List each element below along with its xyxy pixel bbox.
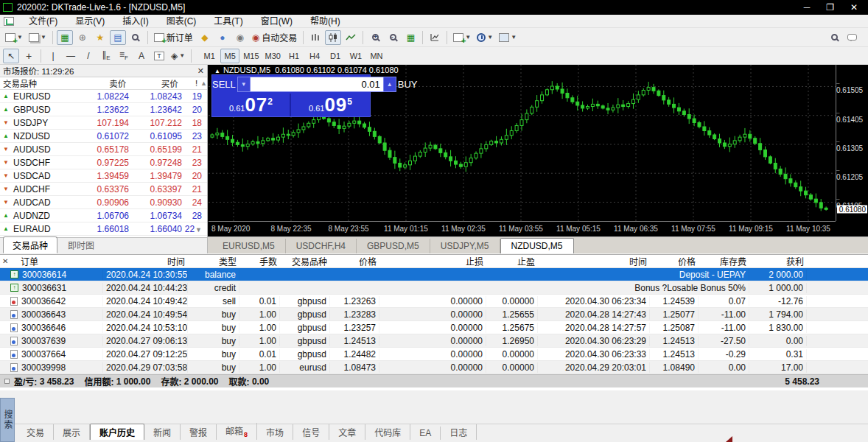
market-watch-row-EURUSD[interactable]: ▲EURUSD1.082241.0824319 [0,90,207,103]
market-watch-tab-0[interactable]: 交易品种 [3,236,57,253]
timeframe-M30[interactable]: M30 [263,49,283,63]
chart-tab-USDCHF,H4[interactable]: USDCHF,H4 [286,239,357,253]
metaeditor-button[interactable]: ◆ [197,30,213,45]
close-window-icon[interactable]: ✕ [850,2,858,13]
periods-button[interactable]: ▼ [475,30,495,45]
timeframe-M15[interactable]: M15 [241,49,261,63]
navigator-toggle[interactable]: ★ [92,30,108,45]
autotrading-button[interactable]: ◉ 自动交易 [250,30,300,45]
trendline-button[interactable]: / [80,49,97,63]
timeframe-M1[interactable]: M1 [200,49,219,63]
fibonacci-button[interactable]: ≡F [116,49,132,63]
terminal-col-tp[interactable]: 止盈 [486,255,538,267]
terminal-col-lots[interactable]: 手数 [239,255,280,267]
terminal-col-price2[interactable]: 价格 [650,255,699,267]
terminal-toggle[interactable]: ▤ [110,30,126,45]
timeframe-W1[interactable]: W1 [346,49,365,63]
arrows-button[interactable]: ◈▼ [169,49,187,63]
terminal-col-swap[interactable]: 库存费 [699,255,749,267]
bottom-tab-账户历史[interactable]: 账户历史 [90,424,144,440]
menu-item-2[interactable]: 插入(I) [113,15,157,27]
terminal-col-sl[interactable]: 止损 [379,255,486,267]
bottom-tab-交易[interactable]: 交易 [18,424,54,440]
bar-chart-type-button[interactable] [307,30,323,45]
chart-plot[interactable]: ▲NZDUSD,M5 0.61080 0.61102 0.61074 0.610… [209,65,836,221]
terminal-row-300036642[interactable]: 3000366422020.04.24 10:49:42sell0.01gbpu… [0,295,868,308]
market-watch-close-icon[interactable]: ✕ [197,66,204,76]
timeframe-H4[interactable]: H4 [305,49,324,63]
child-window-icon[interactable] [4,17,14,26]
time-axis[interactable]: 8 May 20208 May 22:358 May 23:5511 May 0… [209,221,836,236]
strategy-tester-button[interactable] [127,30,144,45]
timeframe-MN[interactable]: MN [367,49,386,63]
side-vertical-tab[interactable]: 搜索 [0,398,15,442]
terminal-col-type[interactable]: 类型 [188,255,239,267]
bottom-tab-信号[interactable]: 信号 [293,424,329,440]
chat-button[interactable] [844,30,860,45]
market-watch-row-GBPUSD[interactable]: ▲GBPUSD1.236221.2364220 [0,103,207,116]
bottom-tab-市场[interactable]: 市场 [257,424,293,440]
terminal-close-icon[interactable]: ✕ [2,257,8,265]
horizontal-line-button[interactable]: — [63,49,79,63]
bottom-tab-警报[interactable]: 警报 [181,424,217,440]
menu-item-3[interactable]: 图表(C) [158,15,206,27]
timeframe-M5[interactable]: M5 [220,49,239,63]
sounds-button[interactable]: ◉ [232,30,248,45]
volume-increase-icon[interactable]: ▲ [383,77,396,91]
market-watch-row-USDJPY[interactable]: ▼USDJPY107.194107.21218 [0,116,207,130]
zoom-out-button[interactable]: - [385,30,401,45]
terminal-row-300037639[interactable]: 3000376392020.04.27 09:06:13buy1.00gbpus… [0,334,868,348]
terminal-col-time2[interactable]: 时间 [538,255,650,267]
terminal-row-300037664[interactable]: 3000376642020.04.27 09:12:25buy0.01gbpus… [0,348,868,361]
scroll-down-icon[interactable]: ▼ [195,226,202,234]
market-watch-row-AUDCHF[interactable]: ▼AUDCHF0.633760.6339721 [0,183,207,196]
terminal-row-300036643[interactable]: 3000366432020.04.24 10:49:54buy1.00gbpus… [0,308,868,321]
bottom-tab-EA[interactable]: EA [410,427,441,440]
market-watch-toggle[interactable]: ▦ [57,30,73,45]
crosshair-button[interactable]: + [21,49,37,63]
templates-button[interactable]: ▼ [497,30,519,45]
vertical-line-button[interactable]: | [45,49,61,63]
tile-windows-button[interactable]: ▦ [402,30,419,45]
terminal-row-300036646[interactable]: 3000366462020.04.24 10:53:10buy1.00gbpus… [0,321,868,334]
new-order-button[interactable]: 新订单 [152,30,195,45]
timeframe-H1[interactable]: H1 [284,49,304,63]
menu-item-1[interactable]: 显示(V) [66,15,113,27]
mw-col-0[interactable]: 交易品种 [0,77,72,89]
terminal-col-order[interactable]: 订单 [0,255,103,267]
menu-item-6[interactable]: 帮助(H) [301,15,349,27]
scroll-up-icon[interactable]: ▲ [200,80,207,87]
price-axis[interactable]: 0.615050.614050.613050.612050.611050.610… [836,65,868,221]
volume-decrease-icon[interactable]: ▼ [238,77,251,91]
market-watch-row-EURAUD[interactable]: ▲EURAUD1.660181.6604022▼ [0,222,207,236]
mw-col-3[interactable]: ! [178,79,200,88]
chart-tab-EURUSD,M5[interactable]: EURUSD,M5 [212,239,286,253]
candle-chart-type-button[interactable] [325,30,341,45]
bottom-tab-新闻[interactable]: 新闻 [144,424,181,440]
buy-button[interactable]: BUY [398,79,418,90]
text-button[interactable]: A [133,49,150,63]
sell-button[interactable]: SELL [212,79,236,90]
terminal-col-price[interactable]: 价格 [330,255,379,267]
buy-price-panel[interactable]: 0.61 09 5 [291,94,370,116]
market-watch-tab-1[interactable]: 即时图 [58,236,104,253]
terminal-row-300039998[interactable]: 3000399982020.04.29 07:03:58buy1.00eurus… [0,361,868,374]
chart-tab-USDJPY,M5[interactable]: USDJPY,M5 [430,239,500,253]
timeframe-D1[interactable]: D1 [326,49,345,63]
mw-col-2[interactable]: 买价 [126,77,178,89]
terminal-row-300036614[interactable]: ↑3000366142020.04.24 10:30:55balanceDepo… [0,268,868,281]
data-window-button[interactable]: ⊕ [74,30,91,45]
auto-arrange-button[interactable] [427,30,443,45]
market-watch-row-AUDCAD[interactable]: ▼AUDCAD0.909060.9093024 [0,196,207,209]
market-watch-row-NZDUSD[interactable]: ▲NZDUSD0.610720.6109523 [0,130,207,143]
community-button[interactable]: ● [214,30,231,45]
terminal-col-time[interactable]: 时间 [103,255,188,267]
minimize-window-icon[interactable]: ─ [804,2,811,13]
search-button[interactable] [826,30,842,45]
channel-button[interactable]: ∥E [98,49,114,63]
cursor-button[interactable]: ↖ [3,49,19,63]
restore-window-icon[interactable]: ❐ [826,2,834,13]
market-watch-row-USDCHF[interactable]: ▼USDCHF0.972250.9724823 [0,156,207,169]
profiles-button[interactable]: ▼ [27,30,49,45]
bottom-tab-代码库[interactable]: 代码库 [365,424,410,440]
